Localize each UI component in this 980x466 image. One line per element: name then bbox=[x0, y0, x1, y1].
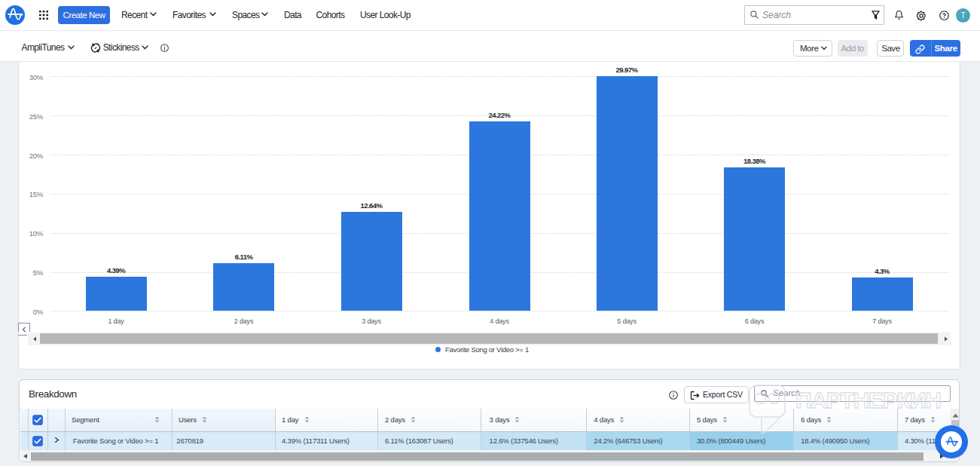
svg-text:ПАРТНЕРКИН: ПАРТНЕРКИН bbox=[795, 388, 942, 412]
